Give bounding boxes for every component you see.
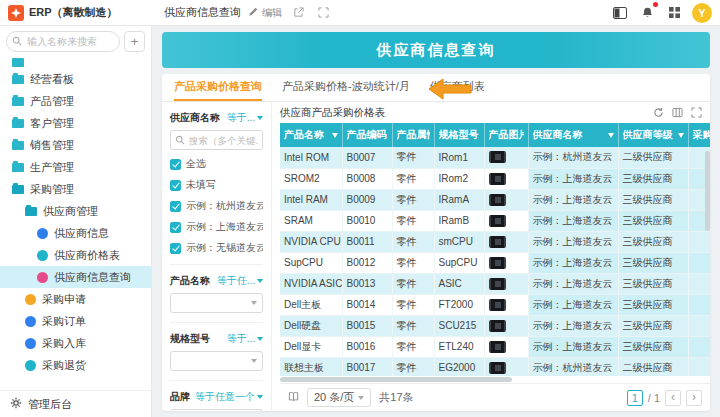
table-row[interactable]: Dell主板 B0014 零件 FT2000 示例：上海道友云 三级供应商 (280, 294, 710, 315)
user-avatar[interactable]: Y (692, 3, 712, 23)
sidebar-menu: 经营看板 产品管理 客户管理 销售管理 (0, 57, 151, 390)
filter-checkbox[interactable]: 未填写 (170, 178, 263, 192)
brand-select[interactable] (170, 409, 263, 411)
sidebar-item[interactable]: 采购退货 (0, 354, 151, 376)
menu-item-icon (37, 272, 48, 283)
chip-thumbnail-image[interactable] (489, 194, 506, 206)
record-view-icon[interactable] (288, 391, 299, 404)
sidebar-item[interactable]: 采购管理 (0, 178, 151, 200)
tab[interactable]: 供应商列表 (430, 74, 485, 101)
column-header[interactable]: 供应商等级 (618, 123, 688, 147)
sidebar-item[interactable]: 经营看板 (0, 68, 151, 90)
next-page-button[interactable]: › (686, 390, 702, 406)
sidebar-item[interactable]: 供应商信息查询 (0, 266, 151, 288)
table-row[interactable]: Intel ROM B0007 零件 IRom1 示例：杭州道友云 二级供应商 (280, 147, 710, 168)
cell-supplier-level: 二级供应商 (618, 147, 688, 168)
product-name-select[interactable] (170, 293, 263, 313)
chip-thumbnail-image[interactable] (489, 362, 506, 374)
sidebar-item[interactable]: 产品管理 (0, 90, 151, 112)
filter-operator-supplier[interactable]: 等于... (227, 111, 263, 125)
column-header[interactable]: 产品编码 (342, 123, 392, 147)
admin-backend-link[interactable]: 管理后台 (0, 390, 151, 417)
cell-product-image (484, 147, 528, 168)
sidebar-item-label: 采购退货 (42, 358, 86, 373)
funnel-icon[interactable] (608, 133, 614, 138)
chip-thumbnail-image[interactable] (489, 257, 506, 269)
chip-thumbnail-image[interactable] (489, 151, 506, 163)
sidebar-item[interactable]: 采购入库 (0, 332, 151, 354)
funnel-icon[interactable] (678, 133, 684, 138)
cell-product-attr: 零件 (392, 357, 434, 376)
refresh-icon[interactable] (653, 107, 664, 120)
chip-thumbnail-image[interactable] (489, 278, 506, 290)
chip-thumbnail-image[interactable] (489, 299, 506, 311)
sidebar-item[interactable]: 采购订单 (0, 310, 151, 332)
current-page[interactable]: 1 (627, 390, 643, 406)
table-row[interactable]: SupCPU B0012 零件 SupCPU 示例：上海道友云 三级供应商 (280, 252, 710, 273)
app-brand[interactable]: ERP（离散制造） (8, 5, 154, 21)
panel-toggle-icon[interactable] (611, 4, 629, 22)
chip-thumbnail-image[interactable] (489, 173, 506, 185)
checkbox-icon (170, 201, 181, 212)
spec-select[interactable] (170, 351, 263, 371)
column-header[interactable]: 供应商名称 (528, 123, 618, 147)
apps-grid-icon[interactable] (665, 4, 683, 22)
cell-spec: ETL240 (434, 336, 484, 357)
table-fullscreen-icon[interactable] (691, 107, 702, 120)
column-header[interactable]: 产品名称 (280, 123, 342, 147)
chip-thumbnail-image[interactable] (489, 341, 506, 353)
cell-product-image (484, 252, 528, 273)
sidebar-item[interactable]: 销售管理 (0, 134, 151, 156)
column-header[interactable]: 产品属性 (392, 123, 434, 147)
table-row[interactable]: Dell硬盘 B0015 零件 SCU215 示例：上海道友云 三级供应商 (280, 315, 710, 336)
table-row[interactable]: NVIDIA CPU B0011 零件 smCPU 示例：上海道友云 三级供应商 (280, 231, 710, 252)
sidebar-item[interactable]: 供应商价格表 (0, 244, 151, 266)
filter-operator-brand[interactable]: 等于任意一个 (195, 390, 263, 404)
horizontal-scrollbar[interactable] (280, 376, 702, 383)
open-in-new-icon[interactable] (289, 4, 307, 22)
sidebar-item[interactable]: 生产管理 (0, 156, 151, 178)
sidebar-item[interactable]: 供应商管理 (0, 200, 151, 222)
vertical-scrollbar[interactable] (705, 151, 710, 231)
column-header[interactable]: 采购 (688, 123, 710, 147)
cell-product-attr: 零件 (392, 252, 434, 273)
sidebar-search-input[interactable] (6, 31, 120, 52)
prev-page-button[interactable]: ‹ (665, 390, 681, 406)
menu-item-icon (25, 338, 36, 349)
sidebar-item[interactable]: 采购申请 (0, 288, 151, 310)
column-header[interactable]: 产品图片 (484, 123, 528, 147)
fullscreen-icon[interactable] (314, 4, 332, 22)
tab[interactable]: 产品采购价格查询 (174, 74, 262, 101)
add-button[interactable]: + (124, 31, 145, 52)
funnel-icon[interactable] (332, 133, 338, 138)
column-settings-icon[interactable] (672, 107, 683, 120)
table-row[interactable]: 联想主板 B0017 零件 EG2000 示例：杭州道友云 二级供应商 (280, 357, 710, 376)
cell-product-attr: 零件 (392, 210, 434, 231)
sidebar-item[interactable]: 客户管理 (0, 112, 151, 134)
column-header[interactable]: 规格型号 (434, 123, 484, 147)
filter-operator-product[interactable]: 等于任... (217, 274, 263, 288)
chip-thumbnail-image[interactable] (489, 320, 506, 332)
table-row[interactable]: Dell显卡 B0016 零件 ETL240 示例：上海道友云 三级供应商 (280, 336, 710, 357)
filter-checkbox[interactable]: 全选 (170, 157, 263, 171)
chip-thumbnail-image[interactable] (489, 236, 506, 248)
cell-product-name: NVIDIA CPU (280, 231, 342, 252)
filter-checkbox[interactable]: 示例：上海道友云 (170, 220, 263, 234)
chip-thumbnail-image[interactable] (489, 215, 506, 227)
notifications-bell-icon[interactable] (638, 4, 656, 22)
table-row[interactable]: Intel RAM B0009 零件 IRamA 示例：上海道友云 三级供应商 (280, 189, 710, 210)
filter-checkbox[interactable]: 示例：无锡道友云 (170, 241, 263, 255)
filter-checkbox[interactable]: 示例：杭州道友云 (170, 199, 263, 213)
page-size-select[interactable]: 20 条/页 (307, 388, 371, 407)
pencil-icon (248, 6, 259, 19)
sidebar-item[interactable]: 供应商信息 (0, 222, 151, 244)
sidebar-item[interactable] (0, 58, 151, 68)
filter-operator-spec[interactable]: 等于... (227, 332, 263, 346)
edit-button[interactable]: 编辑 (248, 6, 282, 20)
table-row[interactable]: SRAM B0010 零件 IRamB 示例：上海道友云 三级供应商 (280, 210, 710, 231)
table-row[interactable]: NVIDIA ASIC B0013 零件 ASIC 示例：上海道友云 三级供应商 (280, 273, 710, 294)
table-row[interactable]: SROM2 B0008 零件 IRom2 示例：上海道友云 三级供应商 (280, 168, 710, 189)
total-pages: / 1 (648, 392, 660, 404)
tab[interactable]: 产品采购价格-波动统计/月 (282, 74, 410, 101)
sidebar-item-label: 供应商价格表 (54, 248, 120, 263)
